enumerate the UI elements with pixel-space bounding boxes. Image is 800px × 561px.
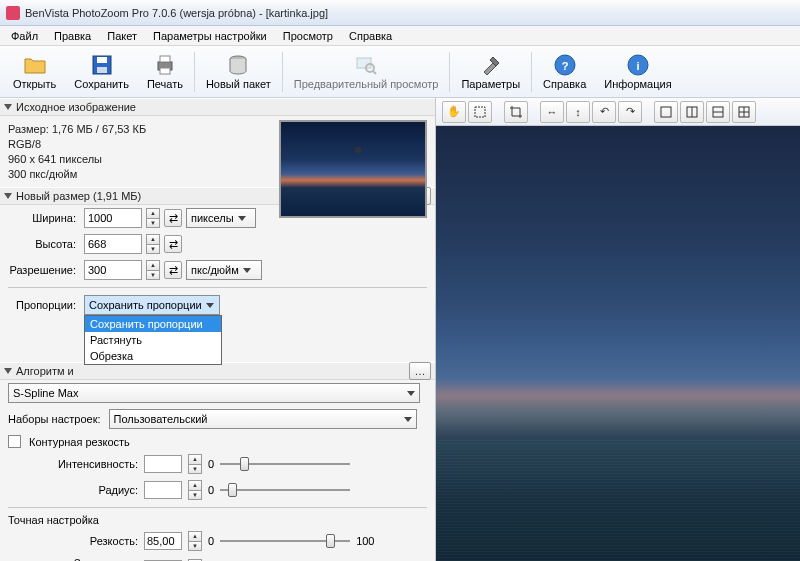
split-none-icon (659, 105, 673, 119)
link-res-button[interactable]: ⇄ (164, 261, 182, 279)
menu-help[interactable]: Справка (342, 28, 399, 44)
prop-opt-stretch[interactable]: Растянуть (85, 332, 221, 348)
batch-label: Новый пакет (206, 78, 271, 90)
svg-rect-5 (160, 68, 170, 74)
preview-button[interactable]: Предварительный просмотр (285, 48, 448, 96)
sharp-spinner[interactable]: ▲▼ (188, 531, 202, 551)
menu-batch[interactable]: Пакет (100, 28, 144, 44)
svg-line-9 (373, 71, 376, 74)
print-label: Печать (147, 78, 183, 90)
image-preview[interactable] (436, 126, 800, 561)
magnifier-icon (354, 53, 378, 77)
prop-opt-keep[interactable]: Сохранить пропорции (85, 316, 221, 332)
hand-tool-button[interactable]: ✋ (442, 101, 466, 123)
proportions-dropdown: Сохранить пропорции Растянуть Обрезка (84, 315, 222, 365)
help-button[interactable]: ? Справка (534, 48, 595, 96)
intensity-spinner[interactable]: ▲▼ (188, 454, 202, 474)
titlebar: BenVista PhotoZoom Pro 7.0.6 (wersja pró… (0, 0, 800, 26)
res-input[interactable] (84, 260, 142, 280)
prop-label: Пропорции: (8, 299, 80, 311)
proportions-combo[interactable]: Сохранить пропорции Сохранить пропорции … (84, 295, 220, 315)
presets-label: Наборы настроек: (8, 413, 101, 425)
open-button[interactable]: Открыть (4, 48, 65, 96)
algo-more-button[interactable]: … (409, 362, 431, 380)
image-toolbar: ✋ ↔ ↕ ↶ ↷ (436, 98, 800, 126)
link-width-button[interactable]: ⇄ (164, 209, 182, 227)
menu-view[interactable]: Просмотр (276, 28, 340, 44)
split-v-button[interactable] (680, 101, 704, 123)
marquee-icon (473, 105, 487, 119)
section-original[interactable]: Исходное изображение (0, 98, 435, 116)
split-none-button[interactable] (654, 101, 678, 123)
sharp-slider[interactable] (220, 532, 350, 550)
toolbar-separator (531, 52, 532, 92)
flip-v-button[interactable]: ↕ (566, 101, 590, 123)
width-spinner[interactable]: ▲▼ (146, 208, 160, 228)
res-unit-combo[interactable]: пкс/дюйм (186, 260, 262, 280)
width-input[interactable] (84, 208, 142, 228)
main-toolbar: Открыть Сохранить Печать Новый пакет Пре… (0, 46, 800, 98)
split-quad-icon (737, 105, 751, 119)
toolbar-separator (282, 52, 283, 92)
width-label: Ширина: (8, 212, 80, 224)
rotate-cw-icon: ↷ (626, 105, 635, 118)
contour-checkbox[interactable] (8, 435, 21, 448)
algorithm-combo[interactable]: S-Spline Max (8, 383, 420, 403)
rotate-ccw-button[interactable]: ↶ (592, 101, 616, 123)
radius-spinner[interactable]: ▲▼ (188, 480, 202, 500)
flip-v-icon: ↕ (575, 106, 581, 118)
split-h-button[interactable] (706, 101, 730, 123)
res-label: Разрешение: (8, 264, 80, 276)
save-label: Сохранить (74, 78, 129, 90)
svg-rect-15 (661, 107, 671, 117)
fine-tune-label: Точная настройка (0, 512, 435, 528)
menu-file[interactable]: Файл (4, 28, 45, 44)
toolbar-separator (449, 52, 450, 92)
intensity-slider[interactable] (220, 455, 350, 473)
contour-label: Контурная резкость (29, 436, 130, 448)
app-icon (6, 6, 20, 20)
radius-label: Радиус: (8, 484, 138, 496)
width-unit-combo[interactable]: пикселы (186, 208, 256, 228)
crop-tool-button[interactable] (504, 101, 528, 123)
flip-h-button[interactable]: ↔ (540, 101, 564, 123)
radius-value[interactable] (144, 481, 182, 499)
svg-rect-7 (357, 58, 371, 68)
res-spinner[interactable]: ▲▼ (146, 260, 160, 280)
height-label: Высота: (8, 238, 80, 250)
menu-settings[interactable]: Параметры настройки (146, 28, 274, 44)
height-spinner[interactable]: ▲▼ (146, 234, 160, 254)
radius-slider[interactable] (220, 481, 350, 499)
database-icon (226, 53, 250, 77)
prop-opt-crop[interactable]: Обрезка (85, 348, 221, 364)
intensity-value[interactable] (144, 455, 182, 473)
info-button[interactable]: i Информация (595, 48, 680, 96)
floppy-icon (90, 53, 114, 77)
menu-edit[interactable]: Правка (47, 28, 98, 44)
height-input[interactable] (84, 234, 142, 254)
left-panel: Исходное изображение Размер: 1,76 МБ / 6… (0, 98, 436, 561)
window-title: BenVista PhotoZoom Pro 7.0.6 (wersja pró… (25, 7, 328, 19)
rotate-cw-button[interactable]: ↷ (618, 101, 642, 123)
svg-rect-1 (97, 57, 107, 63)
preview-label: Предварительный просмотр (294, 78, 439, 90)
marquee-tool-button[interactable] (468, 101, 492, 123)
sharp-value[interactable]: 85,00 (144, 532, 182, 550)
link-height-button[interactable]: ⇄ (164, 235, 182, 253)
help-label: Справка (543, 78, 586, 90)
thumbnail (279, 120, 427, 218)
hand-icon: ✋ (447, 105, 461, 118)
folder-icon (23, 53, 47, 77)
grain-label: Зернистость фотопленки: (8, 557, 138, 561)
save-button[interactable]: Сохранить (65, 48, 138, 96)
split-quad-button[interactable] (732, 101, 756, 123)
params-button[interactable]: Параметры (452, 48, 529, 96)
flip-h-icon: ↔ (547, 106, 558, 118)
batch-button[interactable]: Новый пакет (197, 48, 280, 96)
print-button[interactable]: Печать (138, 48, 192, 96)
preset-combo[interactable]: Пользовательский (109, 409, 417, 429)
params-label: Параметры (461, 78, 520, 90)
svg-rect-4 (160, 56, 170, 62)
svg-text:i: i (636, 60, 639, 72)
crop-icon (509, 105, 523, 119)
